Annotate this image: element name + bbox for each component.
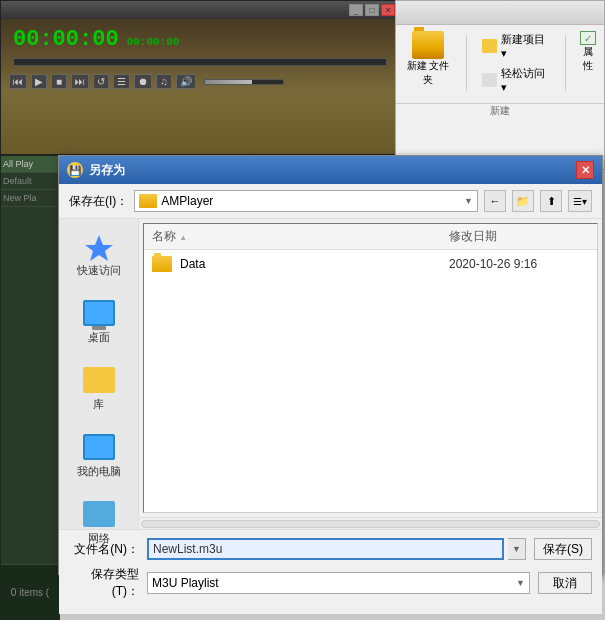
file-list-area: 名称 ▲ 修改日期 Data 2020-10-26 9:16 <box>139 219 602 529</box>
sidebar-item-mypc[interactable]: 我的电脑 <box>73 430 125 483</box>
location-chevron-icon: ▼ <box>464 196 473 206</box>
save-as-dialog: 💾 另存为 ✕ 保存在(I)： AMPlayer ▼ ← 📁 ⬆ ☰▾ <box>58 155 603 575</box>
filetype-dropdown[interactable]: M3U Playlist ▼ <box>147 572 530 594</box>
col-header-date[interactable]: 修改日期 <box>449 228 589 245</box>
easy-access-icon <box>482 73 498 87</box>
next-button[interactable]: ⏭ <box>71 74 89 89</box>
nav-folder-button[interactable]: 📁 <box>512 190 534 212</box>
file-name: Data <box>180 257 449 271</box>
sidebar-item-desktop[interactable]: 桌面 <box>79 296 119 349</box>
cancel-button[interactable]: 取消 <box>538 572 592 594</box>
view-button[interactable]: ☰▾ <box>568 190 592 212</box>
media-controls: ⏮ ▶ ■ ⏭ ↺ ☰ ⏺ ♫ 🔊 <box>1 70 399 93</box>
library-label: 库 <box>93 397 104 412</box>
file-list: 名称 ▲ 修改日期 Data 2020-10-26 9:16 <box>143 223 598 513</box>
dialog-close-button[interactable]: ✕ <box>576 161 594 179</box>
dialog-title-area: 💾 另存为 <box>67 162 125 179</box>
col-header-name[interactable]: 名称 ▲ <box>152 228 449 245</box>
easy-access-button[interactable]: 轻松访问▾ <box>479 65 554 95</box>
quickaccess-icon <box>83 233 115 261</box>
nav-back-button[interactable]: ← <box>484 190 506 212</box>
scrollbar-track <box>141 520 600 528</box>
dialog-title-icon: 💾 <box>67 162 83 178</box>
library-icon <box>83 367 115 395</box>
ribbon-divider-2 <box>565 35 566 91</box>
eq-button[interactable]: ♫ <box>156 74 172 89</box>
main-time: 00:00:00 <box>13 27 119 52</box>
filename-dropdown-button[interactable]: ▼ <box>508 538 526 560</box>
items-label: 0 items ( <box>1 564 59 619</box>
ribbon-right-group: 新建项目▾ 轻松访问▾ <box>479 31 554 95</box>
file-folder-icon <box>152 256 172 272</box>
record-button[interactable]: ⏺ <box>134 74 152 89</box>
col-date-label: 修改日期 <box>449 229 497 243</box>
mypc-label: 我的电脑 <box>77 464 121 479</box>
network-icon <box>83 501 115 529</box>
sub-time: 00:00:00 <box>127 36 180 48</box>
ribbon-area: 新建 文件夹 新建项目▾ 轻松访问▾ ✓ 属性 <box>396 25 604 101</box>
dialog-sidebar: 快速访问 桌面 库 我的电脑 <box>59 219 139 529</box>
filename-input-wrap: ▼ <box>147 538 526 560</box>
playlist-tab-all[interactable]: All Play <box>1 156 59 173</box>
playlist-panel: All Play Default New Pla 0 items ( <box>0 155 60 620</box>
filetype-chevron-icon: ▼ <box>516 578 525 588</box>
play-button[interactable]: ▶ <box>31 74 47 89</box>
location-dropdown[interactable]: AMPlayer ▼ <box>134 190 478 212</box>
filetype-row: 保存类型(T)： M3U Playlist ▼ 取消 <box>69 566 592 600</box>
media-player-window: _ □ ✕ 00:00:00 00:00:00 ⏮ ▶ ■ ⏭ ↺ ☰ ⏺ ♫ … <box>0 0 400 155</box>
col-name-label: 名称 <box>152 229 176 243</box>
playlist-button[interactable]: ☰ <box>113 74 130 89</box>
table-row[interactable]: Data 2020-10-26 9:16 <box>144 250 597 278</box>
filename-label: 文件名(N)： <box>69 541 139 558</box>
new-folder-icon <box>412 31 444 59</box>
sort-icon: ▲ <box>179 233 187 242</box>
location-value-area: AMPlayer <box>139 194 213 208</box>
dialog-toolbar: 保存在(I)： AMPlayer ▼ ← 📁 ⬆ ☰▾ <box>59 184 602 219</box>
sidebar-item-quickaccess[interactable]: 快速访问 <box>73 229 125 282</box>
svg-marker-0 <box>85 235 113 261</box>
volume-bar[interactable] <box>204 79 284 85</box>
volume-button[interactable]: 🔊 <box>176 74 196 89</box>
maximize-button[interactable]: □ <box>365 4 379 16</box>
dialog-title: 另存为 <box>89 162 125 179</box>
desktop-label: 桌面 <box>88 330 110 345</box>
filename-chevron-icon: ▼ <box>512 544 521 554</box>
properties-label[interactable]: 属性 <box>578 45 598 73</box>
easy-access-label: 轻松访问▾ <box>501 66 550 94</box>
save-button[interactable]: 保存(S) <box>534 538 592 560</box>
column-headers: 名称 ▲ 修改日期 <box>144 224 597 250</box>
new-item-icon <box>482 39 498 53</box>
media-time-display: 00:00:00 00:00:00 <box>1 19 399 54</box>
quickaccess-label: 快速访问 <box>77 263 121 278</box>
repeat-button[interactable]: ↺ <box>93 74 109 89</box>
mypc-icon <box>83 434 115 462</box>
media-progress-bar[interactable] <box>13 58 387 66</box>
horizontal-scrollbar[interactable] <box>139 517 602 529</box>
new-item-label: 新建项目▾ <box>501 32 550 60</box>
stop-button[interactable]: ■ <box>51 74 67 89</box>
ribbon-properties-col: ✓ 属性 <box>578 31 598 95</box>
volume-fill <box>205 80 252 84</box>
minimize-button[interactable]: _ <box>349 4 363 16</box>
explorer-ribbon-window: 新建 文件夹 新建项目▾ 轻松访问▾ ✓ 属性 新建 <box>395 0 605 170</box>
close-button[interactable]: ✕ <box>381 4 395 16</box>
file-date: 2020-10-26 9:16 <box>449 257 589 271</box>
nav-up-button[interactable]: ⬆ <box>540 190 562 212</box>
new-folder-label[interactable]: 新建 文件夹 <box>402 59 454 87</box>
sidebar-item-library[interactable]: 库 <box>79 363 119 416</box>
desktop-icon <box>83 300 115 328</box>
dialog-footer: 文件名(N)： ▼ 保存(S) 保存类型(T)： M3U Playlist ▼ … <box>59 529 602 614</box>
playlist-tab-new[interactable]: New Pla <box>1 190 59 207</box>
ribbon-divider-1 <box>466 35 467 91</box>
filename-row: 文件名(N)： ▼ 保存(S) <box>69 538 592 560</box>
ribbon-section-new-label: 新建 <box>396 103 604 122</box>
filetype-value: M3U Playlist <box>152 576 219 590</box>
location-folder-icon <box>139 194 157 208</box>
new-item-button[interactable]: 新建项目▾ <box>479 31 554 61</box>
dialog-titlebar: 💾 另存为 ✕ <box>59 156 602 184</box>
prev-button[interactable]: ⏮ <box>9 74 27 89</box>
filetype-label: 保存类型(T)： <box>69 566 139 600</box>
location-value: AMPlayer <box>161 194 213 208</box>
filename-input[interactable] <box>147 538 504 560</box>
playlist-tab-default[interactable]: Default <box>1 173 59 190</box>
